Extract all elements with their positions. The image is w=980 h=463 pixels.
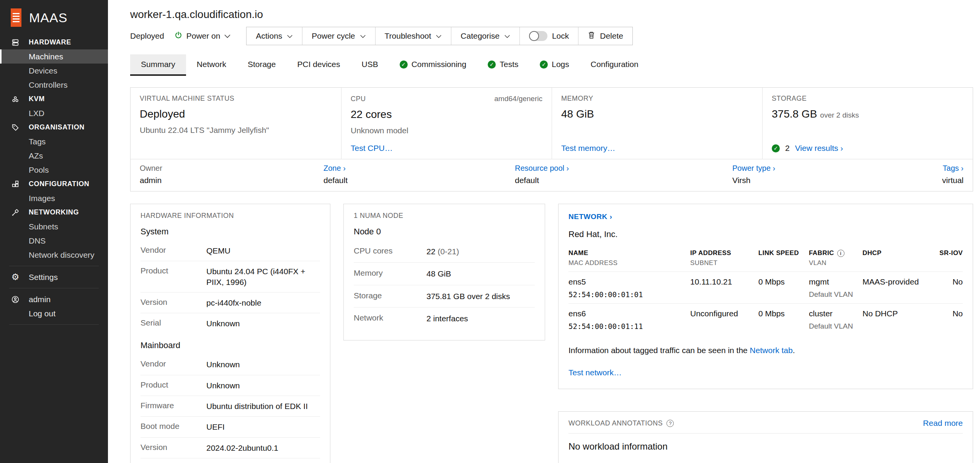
test-cpu-link[interactable]: Test CPU… (351, 144, 393, 153)
sidebar-divider (9, 324, 99, 325)
categorise-button[interactable]: Categorise (451, 27, 519, 45)
resource-pool-link[interactable]: Resource pool › (515, 164, 569, 172)
vm-status-heading: VIRTUAL MACHINE STATUS (140, 95, 234, 103)
memory-value: 48 GiB (561, 108, 753, 120)
actions-button[interactable]: Actions (247, 27, 302, 45)
nic-vendor: Red Hat, Inc. (568, 229, 963, 239)
vm-status-os: Ubuntu 22.04 LTS "Jammy Jellyfish" (140, 126, 332, 135)
cpu-arch: amd64/generic (494, 95, 542, 103)
sidebar: MAAS HARDWARE Machines Devices Controlle… (0, 0, 108, 463)
storage-value: 375.8 GBover 2 disks (772, 108, 964, 120)
tab-pci-devices[interactable]: PCI devices (286, 54, 351, 76)
hw-row: FirmwareUbuntu distribution of EDK II (140, 396, 320, 416)
cluster-icon (11, 95, 20, 104)
numa-row: Storage375.81 GB over 2 disks (354, 285, 535, 307)
maas-logo[interactable]: MAAS (0, 0, 108, 35)
sidebar-item-images[interactable]: Images (0, 191, 108, 205)
hardware-heading: HARDWARE INFORMATION (140, 212, 320, 220)
test-network-link[interactable]: Test network… (568, 368, 622, 377)
check-circle-icon: ✓ (772, 144, 780, 152)
action-button-group: Actions Power cycle Troubleshoot Categor… (246, 27, 633, 45)
zone-value: default (323, 176, 515, 185)
tab-network[interactable]: Network (186, 54, 237, 76)
delete-button[interactable]: Delete (578, 27, 632, 45)
power-icon (174, 31, 183, 41)
view-results-link[interactable]: View results › (795, 144, 843, 153)
sidebar-item-devices[interactable]: Devices (0, 64, 108, 78)
lock-toggle[interactable] (529, 31, 547, 41)
sidebar-item-tags[interactable]: Tags (0, 134, 108, 149)
workload-annotations-panel: WORKLOAD ANNOTATIONS ? Read more No work… (558, 411, 973, 463)
right-column: NETWORK › Red Hat, Inc. NAMEMAC ADDRESS … (558, 204, 973, 463)
hw-row: Boot modeUEFI (140, 416, 320, 437)
network-table: NAMEMAC ADDRESS IP ADDRESSSUBNET LINK SP… (568, 249, 963, 335)
tags-meta: Tags › virtual (942, 164, 964, 185)
lock-toggle-button[interactable]: Lock (519, 27, 578, 45)
sidebar-item-admin[interactable]: admin (0, 292, 108, 306)
cpu-heading: CPU (351, 95, 366, 103)
power-type-link[interactable]: Power type › (732, 164, 775, 172)
power-cycle-button[interactable]: Power cycle (302, 27, 375, 45)
sidebar-item-settings[interactable]: ⚙ Settings (0, 270, 108, 284)
sidebar-item-network-discovery[interactable]: Network discovery (0, 248, 108, 262)
read-more-link[interactable]: Read more (923, 419, 963, 428)
test-memory-link[interactable]: Test memory… (561, 144, 615, 153)
network-tab-link[interactable]: Network tab (750, 346, 793, 355)
cpu-card: CPU amd64/generic 22 cores Unknown model… (341, 88, 552, 159)
tab-commissioning[interactable]: ✓Commissioning (389, 54, 477, 76)
power-on-button[interactable]: Power on (174, 31, 231, 41)
workload-heading: WORKLOAD ANNOTATIONS (568, 419, 663, 427)
sidebar-item-azs[interactable]: AZs (0, 149, 108, 163)
lower-panels: HARDWARE INFORMATION System VendorQEMU P… (130, 204, 973, 463)
zone-link[interactable]: Zone › (323, 164, 346, 172)
chevron-down-icon (224, 31, 231, 41)
hw-row: VendorQEMU (140, 240, 320, 261)
page-title: worker-1.qa.cloudification.io (130, 8, 973, 21)
troubleshoot-button[interactable]: Troubleshoot (375, 27, 451, 45)
connector-icon (11, 208, 20, 217)
network-table-header: NAMEMAC ADDRESS IP ADDRESSSUBNET LINK SP… (568, 249, 963, 272)
sidebar-item-pools[interactable]: Pools (0, 163, 108, 177)
tab-logs[interactable]: ✓Logs (529, 54, 580, 76)
workload-empty-message: No workload information (568, 434, 963, 456)
power-type-value: Virsh (732, 176, 942, 185)
cpu-cores-value: 22 cores (351, 108, 542, 121)
main-content: worker-1.qa.cloudification.io Deployed P… (108, 0, 980, 463)
sidebar-item-subnets[interactable]: Subnets (0, 219, 108, 234)
help-icon: ? (666, 420, 674, 427)
storage-heading: STORAGE (772, 95, 807, 103)
sidebar-nav: HARDWARE Machines Devices Controllers KV… (0, 35, 108, 262)
tags-value: virtual (942, 176, 964, 185)
server-icon (11, 38, 20, 47)
check-circle-icon: ✓ (540, 61, 548, 69)
sidebar-item-lxd[interactable]: LXD (0, 106, 108, 120)
sidebar-item-dns[interactable]: DNS (0, 234, 108, 248)
hw-row: Version2024.02-2ubuntu0.1 (140, 437, 320, 458)
sidebar-section-organisation: ORGANISATION (0, 120, 108, 134)
owner-label: Owner (140, 164, 323, 173)
hw-row: Date10/25/2024 (140, 458, 320, 463)
tags-link[interactable]: Tags › (943, 164, 964, 172)
chevron-down-icon (287, 31, 293, 41)
sidebar-item-machines[interactable]: Machines (0, 49, 108, 64)
network-heading-link[interactable]: NETWORK › (568, 213, 612, 221)
owner-meta: Owner admin (140, 164, 323, 185)
hw-row: ProductUnknown (140, 375, 320, 396)
tag-icon (11, 123, 20, 132)
machine-status-label: Deployed (130, 31, 164, 41)
tab-summary[interactable]: Summary (130, 54, 186, 76)
vm-status-value: Deployed (140, 108, 332, 120)
sidebar-item-logout[interactable]: Log out (0, 306, 108, 321)
memory-heading: MEMORY (561, 95, 593, 103)
power-type-meta: Power type › Virsh (732, 164, 942, 185)
tab-usb[interactable]: USB (351, 54, 389, 76)
tab-configuration[interactable]: Configuration (580, 54, 649, 76)
sidebar-item-controllers[interactable]: Controllers (0, 78, 108, 92)
tab-storage[interactable]: Storage (237, 54, 287, 76)
hw-row: ProductUbuntu 24.04 PC (i440FX + PIIX, 1… (140, 261, 320, 292)
tab-tests[interactable]: ✓Tests (477, 54, 529, 76)
tagged-traffic-note: Information about tagged traffic can be … (568, 346, 963, 355)
sidebar-divider (9, 288, 99, 288)
cpu-model: Unknown model (351, 126, 542, 135)
info-icon: i (837, 250, 844, 257)
